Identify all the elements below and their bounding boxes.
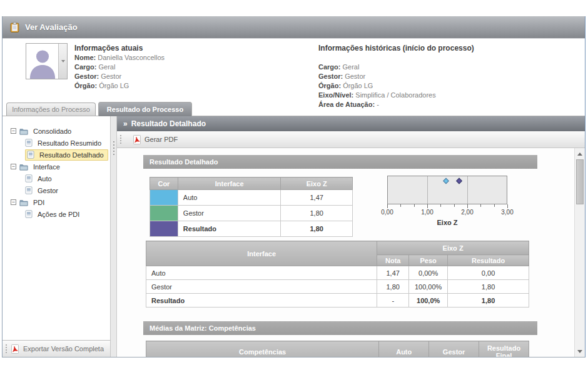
panel-header: » Resultado Detalhado (117, 116, 585, 131)
col-header-competencias: Competências (146, 341, 379, 358)
table-row-total: Resultado - 100,0% 1,80 (146, 294, 529, 308)
tree-node-auto[interactable]: Auto (3, 172, 110, 184)
toolbar-grip (6, 344, 7, 353)
tab-resultado-do-processo[interactable]: Resultado do Processo (98, 102, 192, 116)
info-field: Gestor: Gestor (318, 72, 474, 81)
tree-node-consolidado[interactable]: − Consolidado (3, 125, 110, 137)
x-axis-title: Eixo Z (387, 219, 507, 226)
gridline (427, 176, 428, 204)
collapse-icon[interactable]: − (11, 164, 16, 169)
summary-row: Cor Interface Eixo Z Auto 1,47 (143, 177, 537, 237)
info-field: Órgão: Órgão LG (318, 81, 474, 91)
toolbar-grip (120, 135, 121, 144)
interface-cell: Resultado (146, 294, 377, 308)
gridline (467, 176, 468, 204)
x-axis-ticks (387, 204, 507, 209)
document-icon (25, 139, 33, 147)
collapse-icon[interactable]: − (11, 199, 16, 205)
tabstrip: Informações do Processo Resultado do Pro… (3, 100, 585, 116)
current-info-heading: Informações atuais (74, 44, 165, 53)
export-full-version-button[interactable]: Exportar Versão Completa (3, 340, 110, 357)
window-titlebar: Ver Avaliação (3, 16, 585, 39)
profile-info-section: Informações atuais Nome: Daniella Vascon… (3, 39, 585, 100)
collapse-icon[interactable]: − (11, 128, 16, 134)
tick-label: 2,00 (461, 209, 473, 216)
panel-splitter[interactable] (111, 116, 117, 357)
eixo-z-cell: 1,80 (281, 206, 353, 221)
info-field: Nome: Daniella Vasconcellos (74, 53, 165, 62)
resultado-cell: 0,00 (448, 266, 529, 280)
info-field: Cargo: Geral (74, 62, 165, 72)
col-header-nota: Nota (377, 255, 409, 266)
color-swatch (150, 221, 178, 237)
main-panel: » Resultado Detalhado Gerar PDF (117, 116, 585, 357)
tree-node-interface[interactable]: − Interface (3, 161, 110, 172)
folder-icon (19, 128, 28, 135)
eixo-z-cell: 1,47 (281, 190, 353, 206)
tree-node-resultado-resumido[interactable]: Resultado Resumido (3, 137, 110, 149)
tab-informacoes-do-processo[interactable]: Informações do Processo (6, 102, 96, 116)
content-row: − Consolidado (3, 116, 585, 357)
interface-cell: Auto (178, 190, 281, 206)
tick-label: 3,00 (501, 209, 513, 216)
competencias-table: Competências Auto Gestor Resultado Final (146, 341, 529, 357)
chevron-down-icon (61, 60, 65, 62)
nota-cell: - (377, 294, 409, 308)
tree-node-resultado-detalhado[interactable]: Resultado Detalhado (3, 149, 110, 161)
eixo-z-chart: 0,00 1,00 2,00 3,00 Eixo Z (387, 176, 525, 226)
export-button-label: Exportar Versão Completa (23, 345, 104, 352)
tree-node-acoes-de-pdi[interactable]: Ações de PDI (3, 208, 110, 220)
generate-pdf-label: Gerar PDF (144, 136, 178, 143)
tick-label: 0,00 (381, 209, 393, 216)
scroll-content: Resultado Detalhado Cor Interface Eixo Z (117, 148, 574, 357)
col-header-interface: Interface (178, 178, 281, 190)
scroll-up-button[interactable] (575, 149, 584, 159)
document-icon (25, 174, 33, 182)
interface-result-table: Interface Eixo Z Nota Peso Resultado Aut… (146, 241, 529, 308)
resultado-cell: 1,80 (448, 294, 529, 308)
tree-node-pdi[interactable]: − PDI (3, 196, 110, 208)
triangle-down-icon (577, 350, 582, 353)
scroll-down-button[interactable] (575, 346, 584, 356)
document-icon (25, 186, 33, 194)
tick-label: 1,00 (421, 209, 433, 216)
eixo-z-cell: 1,80 (281, 221, 353, 237)
chart-point-resultado (456, 178, 462, 184)
nota-cell: 1,47 (377, 266, 409, 280)
pdf-icon (133, 135, 141, 144)
vertical-scrollbar[interactable] (574, 148, 585, 357)
col-header-auto: Auto (379, 341, 429, 358)
chevrons-icon: » (123, 119, 128, 128)
chart-plot-area (387, 176, 507, 204)
avatar-dropdown-button[interactable] (58, 44, 67, 79)
info-field: Órgão: Órgão LG (74, 81, 165, 91)
triangle-up-icon (577, 152, 582, 156)
document-icon (27, 151, 34, 159)
folder-icon (19, 199, 28, 206)
info-field: Gestor: Gestor (74, 72, 165, 81)
info-field: Eixo/Nível: Simplifica / Colaboradores (318, 91, 474, 100)
col-header-resultado: Resultado (448, 255, 529, 266)
panel-title: Resultado Detalhado (131, 119, 206, 128)
col-header-resultado-final: Resultado Final (479, 341, 529, 358)
color-swatch (150, 206, 178, 221)
window-title: Ver Avaliação (25, 22, 78, 32)
tree-node-gestor[interactable]: Gestor (3, 184, 110, 196)
table-row: Auto 1,47 0,00% 0,00 (146, 266, 529, 280)
col-header-peso: Peso (409, 255, 448, 266)
section-medias-matriz: Médias da Matriz: Competências (143, 321, 537, 335)
main-toolbar: Gerar PDF (117, 131, 585, 148)
col-header-eixo-z: Eixo Z (281, 178, 353, 190)
folder-icon (19, 163, 28, 171)
peso-cell: 0,00% (409, 266, 448, 280)
clipboard-icon (9, 22, 20, 32)
col-header-gestor: Gestor (429, 341, 479, 358)
resultado-cell: 1,80 (448, 280, 529, 294)
interface-cell: Gestor (178, 206, 281, 221)
scrollbar-thumb[interactable] (576, 159, 584, 204)
generate-pdf-button[interactable]: Gerar PDF (125, 133, 182, 146)
ver-avaliacao-window: Ver Avaliação Informações atuais Nome: D… (2, 16, 585, 358)
peso-cell: 100,0% (409, 294, 448, 308)
splitter-grip-icon (113, 141, 114, 155)
interface-cell: Auto (146, 266, 377, 280)
